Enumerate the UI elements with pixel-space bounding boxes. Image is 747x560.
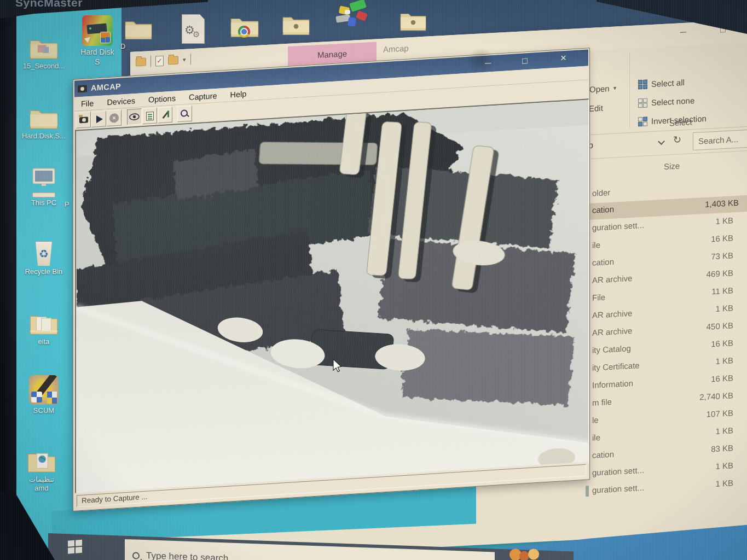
desktop-icon-d-folder[interactable]: D <box>115 9 162 51</box>
photo-of-monitor: 15_Second... Hard.Disk.S... This PC ♻ Re… <box>0 0 747 560</box>
icon-label: SCUM <box>18 406 70 415</box>
minimize-button[interactable]: ─ <box>680 27 686 38</box>
icon-label: Hard.Disk.S... <box>18 132 70 141</box>
stop-icon: × <box>109 113 119 123</box>
menu-devices[interactable]: Devices <box>100 96 142 107</box>
zoom-button[interactable] <box>177 106 192 122</box>
folder-icon[interactable] <box>136 57 146 66</box>
monitor-bezel-left <box>0 0 16 560</box>
icon-label: 15_Second... <box>18 62 70 71</box>
separator <box>190 54 191 65</box>
desktop-icon-folder[interactable] <box>273 4 320 36</box>
menu-file[interactable]: File <box>74 98 100 108</box>
folder-icon <box>390 0 437 32</box>
folder-icon <box>115 9 162 40</box>
folder-icon <box>15 442 68 474</box>
select-group-label: Select <box>669 117 692 127</box>
amcap-window-title: AMCAP <box>91 82 121 92</box>
partial-icon-label: P <box>65 200 73 208</box>
maximize-button[interactable]: □ <box>522 56 528 66</box>
search-input[interactable]: Search A... <box>693 125 747 150</box>
camera-icon <box>79 116 88 123</box>
icon-label-line2: S <box>70 57 125 67</box>
screen-smudge <box>466 48 495 73</box>
amcap-window: AMCAP ─ □ × File Devices Options Capture… <box>73 48 590 511</box>
folder-icon <box>18 98 70 130</box>
play-button[interactable] <box>91 110 106 127</box>
desktop-icon-amd[interactable]: تنظيمات amd <box>15 442 68 493</box>
desktop-icon-15-second[interactable]: 15_Second... <box>18 28 70 71</box>
eye-icon <box>129 113 140 121</box>
desktop-icon-chrome-folder[interactable] <box>221 7 268 38</box>
chrome-logo-icon <box>238 26 250 38</box>
select-none-button[interactable]: Select none <box>638 96 694 108</box>
gear-document-icon: ⚙⚙ <box>170 12 217 44</box>
stop-button[interactable]: × <box>107 110 121 127</box>
camera-app-icon <box>78 85 87 92</box>
taskbar-app-icon[interactable] <box>506 547 549 560</box>
folder-icon <box>18 304 70 336</box>
monitor-screen: 15_Second... Hard.Disk.S... This PC ♻ Re… <box>0 0 747 560</box>
invert-selection-icon <box>638 116 647 126</box>
chrome-folder-icon <box>221 7 268 38</box>
icon-label: eita <box>18 337 70 346</box>
menu-options[interactable]: Options <box>142 93 182 104</box>
select-all-button[interactable]: Select all <box>638 78 685 89</box>
separator <box>150 56 151 67</box>
folder-icon <box>273 4 320 36</box>
folder-icon[interactable] <box>168 56 178 65</box>
preview-button[interactable] <box>127 108 142 125</box>
chevron-down-icon: ▾ <box>613 84 617 91</box>
chevron-down-icon[interactable]: ▾ <box>183 56 186 63</box>
filter-tools-button[interactable] <box>158 107 172 124</box>
menu-capture[interactable]: Capture <box>182 91 224 102</box>
this-pc-icon <box>18 165 70 197</box>
refresh-icon[interactable]: ↻ <box>673 133 681 146</box>
capture-photo-button[interactable] <box>76 112 91 129</box>
recycle-bin-icon: ♻ <box>18 234 70 266</box>
microscope-pcb-view <box>76 100 589 494</box>
desktop-icon-recycle-bin[interactable]: ♻ Recycle Bin <box>18 234 70 276</box>
start-button[interactable] <box>68 540 83 555</box>
icon-label-arabic: تنظيمات <box>15 475 68 484</box>
icon-label: Recycle Bin <box>18 267 70 276</box>
tools-icon <box>161 110 170 120</box>
checklist-doc-icon[interactable]: ✓ <box>155 55 164 66</box>
close-button[interactable]: × <box>560 52 566 65</box>
quick-access-toolbar: ✓ ▾ <box>136 54 191 67</box>
desktop-icon-hard-disk-s[interactable]: Hard.Disk.S... <box>18 98 70 141</box>
file-icon <box>586 486 589 497</box>
desktop-icon-gear-document[interactable]: ⚙⚙ <box>170 12 217 44</box>
desktop-icon-eita[interactable]: eita <box>18 304 70 346</box>
desktop-icon-folder[interactable] <box>390 0 437 32</box>
icon-label: D <box>115 42 162 51</box>
select-all-icon <box>638 79 647 89</box>
colorful-3d-blocks-icon <box>324 0 379 32</box>
icon-label: This PC <box>18 199 70 207</box>
monitor-brand-text: SyncMaster <box>15 0 83 9</box>
explorer-window-title: Amcap <box>383 43 409 54</box>
desktop-icon-3d-blocks[interactable] <box>324 0 379 32</box>
play-icon <box>96 115 103 123</box>
magnifier-icon <box>181 109 189 118</box>
select-none-icon <box>638 98 647 108</box>
icon-label: amd <box>15 484 68 493</box>
search-icon <box>132 552 140 559</box>
properties-doc-icon <box>146 111 154 120</box>
scum-game-icon <box>18 373 70 405</box>
address-dropdown-chevron-icon[interactable] <box>658 138 665 145</box>
size-column-header[interactable]: Size <box>664 161 680 171</box>
recycle-symbol: ♻ <box>39 247 49 260</box>
menu-help[interactable]: Help <box>224 89 253 99</box>
search-placeholder: Type here to search <box>146 550 228 560</box>
gear-icon: ⚙ <box>193 30 200 39</box>
desktop-icon-this-pc[interactable]: This PC <box>18 165 70 207</box>
ribbon-separator <box>629 52 630 128</box>
folder-icon <box>18 28 70 60</box>
video-preview-area[interactable] <box>75 98 589 494</box>
desktop-icon-scum[interactable]: SCUM <box>18 373 70 415</box>
properties-button[interactable] <box>142 108 157 125</box>
